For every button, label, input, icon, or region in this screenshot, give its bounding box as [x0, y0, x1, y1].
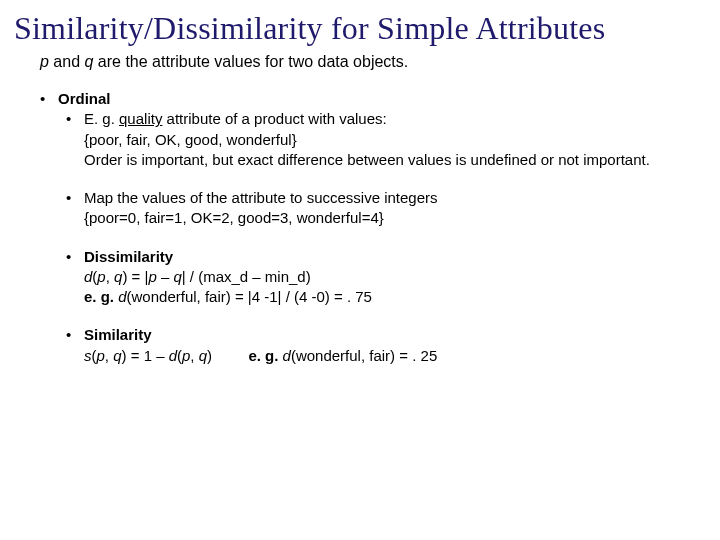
bullet-icon: •: [66, 325, 84, 345]
sim-formula-line: s(p, q) = 1 – d(p, q) e. g. d(wonderful,…: [84, 346, 706, 366]
sim-head: Similarity: [84, 325, 706, 345]
f-comma: ,: [106, 268, 114, 285]
f-q2: q: [173, 268, 181, 285]
map-row2: {poor=0, fair=1, OK=2, good=3, wonderful…: [84, 208, 706, 228]
section-ordinal: • Ordinal • E. g. quality attribute of a…: [14, 89, 706, 170]
sim-formula: s(p, q) = 1 – d(p, q): [84, 347, 216, 364]
dissim-formula-row: d(p, q) = |p – q| / (max_d – min_d): [84, 267, 706, 287]
map-line1: Map the values of the attribute to succe…: [84, 188, 706, 208]
map-row1: • Map the values of the attribute to suc…: [66, 188, 706, 208]
f-eq: = |: [127, 268, 148, 285]
eg-label: e. g.: [248, 347, 282, 364]
dissim-example: e. g. d(wonderful, fair) = |4 -1| / (4 -…: [84, 287, 706, 307]
f-after: | / (max_d – min_d): [182, 268, 311, 285]
eg-d: d: [118, 288, 126, 305]
s-comma2: ,: [190, 347, 198, 364]
s-q2: q: [199, 347, 207, 364]
bullet-icon: •: [66, 247, 84, 267]
eg-rest: (wonderful, fair) = . 25: [291, 347, 437, 364]
bullet-icon: •: [66, 188, 84, 208]
subtitle-rest: are the attribute values for two data ob…: [93, 53, 408, 70]
ordinal-note: Order is important, but exact difference…: [84, 150, 706, 170]
dissim-head: Dissimilarity: [84, 247, 706, 267]
sim-formula-row: s(p, q) = 1 – d(p, q) e. g. d(wonderful,…: [84, 346, 706, 366]
eg-rest: (wonderful, fair) = |4 -1| / (4 -0) = . …: [127, 288, 372, 305]
subtitle: p and q are the attribute values for two…: [40, 53, 706, 71]
ordinal-set-row: {poor, fair, OK, good, wonderful}: [84, 130, 706, 150]
subtitle-mid1: and: [49, 53, 85, 70]
s-p: p: [97, 347, 105, 364]
bullet-icon: •: [66, 109, 84, 129]
s-d: d: [169, 347, 177, 364]
f-p: p: [97, 268, 105, 285]
section-similarity: • Similarity s(p, q) = 1 – d(p, q) e. g.…: [14, 325, 706, 366]
ordinal-head: Ordinal: [58, 89, 706, 109]
ordinal-note-row: Order is important, but exact difference…: [84, 150, 706, 170]
eg-label: e. g.: [84, 288, 118, 305]
ordinal-head-row: • Ordinal: [40, 89, 706, 109]
map-line2: {poor=0, fair=1, OK=2, good=3, wonderful…: [84, 208, 706, 228]
f-p2: p: [148, 268, 156, 285]
s-q: q: [113, 347, 121, 364]
eg-d: d: [283, 347, 291, 364]
ordinal-example-row: • E. g. quality attribute of a product w…: [66, 109, 706, 129]
section-map: • Map the values of the attribute to suc…: [14, 188, 706, 229]
dissim-head-row: • Dissimilarity: [66, 247, 706, 267]
s-eq: = 1 –: [127, 347, 169, 364]
s-close2: ): [207, 347, 212, 364]
eg-rest: attribute of a product with values:: [162, 110, 386, 127]
s-s: s: [84, 347, 92, 364]
dissim-formula: d(p, q) = |p – q| / (max_d – min_d): [84, 267, 706, 287]
ordinal-set: {poor, fair, OK, good, wonderful}: [84, 130, 706, 150]
sim-head-row: • Similarity: [66, 325, 706, 345]
var-p: p: [40, 53, 49, 70]
bullet-icon: •: [40, 89, 58, 109]
eg-quality: quality: [119, 110, 162, 127]
page-title: Similarity/Dissimilarity for Simple Attr…: [14, 10, 706, 47]
eg-prefix: E. g.: [84, 110, 119, 127]
ordinal-example: E. g. quality attribute of a product wit…: [84, 109, 706, 129]
section-dissimilarity: • Dissimilarity d(p, q) = |p – q| / (max…: [14, 247, 706, 308]
s-comma: ,: [105, 347, 113, 364]
f-minus: –: [157, 268, 174, 285]
slide: Similarity/Dissimilarity for Simple Attr…: [0, 0, 720, 540]
dissim-example-row: e. g. d(wonderful, fair) = |4 -1| / (4 -…: [84, 287, 706, 307]
sim-example: e. g. d(wonderful, fair) = . 25: [244, 347, 437, 364]
